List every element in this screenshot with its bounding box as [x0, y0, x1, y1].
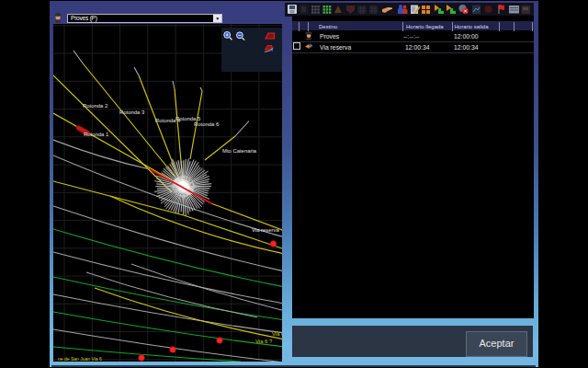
svg-text:Rotonda 5: Rotonda 5: [175, 116, 201, 121]
svg-text:Rotonda 6: Rotonda 6: [194, 121, 220, 127]
svg-text:Via 6 ?: Via 6 ?: [255, 339, 273, 344]
svg-text:Rotonda 2: Rotonda 2: [83, 103, 107, 109]
svg-text:Via e: Via e: [272, 331, 282, 337]
svg-text:Via reserva: Via reserva: [252, 227, 279, 233]
svg-text:Rotonda 3: Rotonda 3: [119, 109, 145, 115]
svg-text:Rotonda 1: Rotonda 1: [84, 132, 108, 137]
svg-text:Mto Catenaria: Mto Catenaria: [222, 148, 257, 154]
svg-text:ne de San Juan Via 6: ne de San Juan Via 6: [58, 356, 102, 362]
